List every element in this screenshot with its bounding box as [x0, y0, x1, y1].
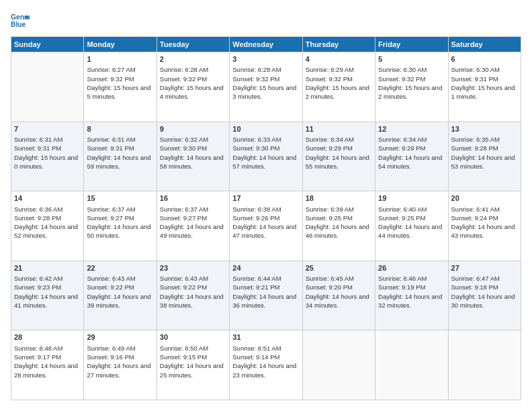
day-number: 24 [232, 263, 299, 273]
sunset-text: Sunset: 9:14 PM [232, 353, 299, 361]
sunset-text: Sunset: 9:18 PM [451, 283, 518, 291]
sunset-text: Sunset: 9:29 PM [306, 144, 372, 152]
daylight-text: Daylight: 15 hours and 3 minutes. [232, 83, 299, 101]
sunrise-text: Sunrise: 6:44 AM [232, 274, 299, 283]
sunrise-text: Sunrise: 6:28 AM [160, 65, 226, 74]
day-number: 21 [14, 263, 81, 273]
table-row: 22Sunrise: 6:43 AMSunset: 9:22 PMDayligh… [84, 261, 157, 330]
day-number: 13 [451, 124, 518, 134]
sunrise-text: Sunrise: 6:43 AM [87, 274, 153, 283]
sunrise-text: Sunrise: 6:31 AM [87, 135, 153, 144]
calendar-week-row: 7Sunrise: 6:31 AMSunset: 9:31 PMDaylight… [11, 122, 521, 191]
sunset-text: Sunset: 9:32 PM [232, 75, 299, 83]
table-row: 9Sunrise: 6:32 AMSunset: 9:30 PMDaylight… [157, 122, 229, 191]
daylight-text: Daylight: 14 hours and 55 minutes. [306, 153, 372, 171]
sunrise-text: Sunrise: 6:47 AM [451, 274, 518, 283]
table-row: 12Sunrise: 6:34 AMSunset: 9:29 PMDayligh… [375, 122, 448, 191]
sunset-text: Sunset: 9:21 PM [232, 283, 299, 291]
sunset-text: Sunset: 9:32 PM [160, 75, 226, 83]
table-row: 10Sunrise: 6:33 AMSunset: 9:30 PMDayligh… [230, 122, 302, 191]
sunset-text: Sunset: 9:26 PM [232, 214, 299, 222]
sunset-text: Sunset: 9:31 PM [14, 144, 81, 152]
day-number: 4 [306, 54, 372, 64]
table-row: 3Sunrise: 6:28 AMSunset: 9:32 PMDaylight… [230, 52, 302, 122]
sunrise-text: Sunrise: 6:37 AM [87, 205, 153, 214]
header-saturday: Saturday [448, 37, 521, 52]
sunset-text: Sunset: 9:27 PM [160, 214, 226, 222]
daylight-text: Daylight: 14 hours and 39 minutes. [87, 292, 153, 310]
table-row: 20Sunrise: 6:41 AMSunset: 9:24 PMDayligh… [448, 191, 521, 261]
daylight-text: Daylight: 14 hours and 38 minutes. [160, 292, 226, 310]
sunset-text: Sunset: 9:22 PM [87, 283, 153, 291]
sunset-text: Sunset: 9:27 PM [87, 214, 153, 222]
daylight-text: Daylight: 14 hours and 54 minutes. [378, 153, 445, 171]
table-row: 31Sunrise: 6:51 AMSunset: 9:14 PMDayligh… [230, 330, 302, 400]
table-row: 26Sunrise: 6:46 AMSunset: 9:19 PMDayligh… [375, 261, 448, 330]
sunrise-text: Sunrise: 6:32 AM [160, 135, 226, 144]
table-row: 28Sunrise: 6:48 AMSunset: 9:17 PMDayligh… [11, 330, 84, 400]
daylight-text: Daylight: 14 hours and 57 minutes. [232, 153, 299, 171]
daylight-text: Daylight: 14 hours and 28 minutes. [14, 361, 81, 379]
day-number: 23 [160, 263, 226, 273]
daylight-text: Daylight: 14 hours and 44 minutes. [378, 222, 445, 240]
table-row: 14Sunrise: 6:36 AMSunset: 9:28 PMDayligh… [11, 191, 84, 261]
daylight-text: Daylight: 14 hours and 30 minutes. [451, 292, 518, 310]
table-row: 8Sunrise: 6:31 AMSunset: 9:31 PMDaylight… [84, 122, 157, 191]
table-row: 1Sunrise: 6:27 AMSunset: 9:32 PMDaylight… [84, 52, 157, 122]
sunrise-text: Sunrise: 6:50 AM [160, 344, 226, 353]
header-friday: Friday [375, 37, 448, 52]
sunset-text: Sunset: 9:19 PM [378, 283, 445, 291]
day-number: 28 [14, 332, 81, 342]
sunrise-text: Sunrise: 6:37 AM [160, 205, 226, 214]
day-number: 7 [14, 124, 81, 134]
sunrise-text: Sunrise: 6:35 AM [451, 135, 518, 144]
daylight-text: Daylight: 14 hours and 49 minutes. [160, 222, 226, 240]
sunrise-text: Sunrise: 6:38 AM [232, 205, 299, 214]
table-row: 30Sunrise: 6:50 AMSunset: 9:15 PMDayligh… [157, 330, 229, 400]
day-number: 12 [378, 124, 445, 134]
logo: General Blue [11, 11, 31, 30]
daylight-text: Daylight: 14 hours and 46 minutes. [306, 222, 372, 240]
table-row: 13Sunrise: 6:35 AMSunset: 9:28 PMDayligh… [448, 122, 521, 191]
sunrise-text: Sunrise: 6:31 AM [14, 135, 81, 144]
daylight-text: Daylight: 15 hours and 2 minutes. [378, 83, 445, 101]
day-number: 26 [378, 263, 445, 273]
table-row: 21Sunrise: 6:42 AMSunset: 9:23 PMDayligh… [11, 261, 84, 330]
sunset-text: Sunset: 9:22 PM [160, 283, 226, 291]
sunset-text: Sunset: 9:29 PM [378, 144, 445, 152]
sunset-text: Sunset: 9:31 PM [451, 75, 518, 83]
calendar-week-row: 28Sunrise: 6:48 AMSunset: 9:17 PMDayligh… [11, 330, 521, 400]
table-row: 16Sunrise: 6:37 AMSunset: 9:27 PMDayligh… [157, 191, 229, 261]
day-number: 29 [87, 332, 153, 342]
page: General Blue Sunday Monday Tuesday Wedne… [0, 0, 532, 411]
header: General Blue [11, 11, 521, 30]
day-number: 8 [87, 124, 153, 134]
sunrise-text: Sunrise: 6:27 AM [87, 65, 153, 74]
table-row: 25Sunrise: 6:45 AMSunset: 9:20 PMDayligh… [302, 261, 375, 330]
day-number: 18 [306, 193, 372, 203]
daylight-text: Daylight: 14 hours and 43 minutes. [451, 222, 518, 240]
svg-text:Blue: Blue [11, 21, 26, 28]
day-number: 20 [451, 193, 518, 203]
sunrise-text: Sunrise: 6:33 AM [232, 135, 299, 144]
day-number: 27 [451, 263, 518, 273]
day-number: 2 [160, 54, 226, 64]
daylight-text: Daylight: 14 hours and 32 minutes. [378, 292, 445, 310]
sunrise-text: Sunrise: 6:28 AM [232, 65, 299, 74]
daylight-text: Daylight: 15 hours and 1 minute. [451, 83, 518, 101]
daylight-text: Daylight: 15 hours and 0 minutes. [14, 153, 81, 171]
table-row [375, 330, 448, 400]
table-row: 5Sunrise: 6:30 AMSunset: 9:32 PMDaylight… [375, 52, 448, 122]
sunset-text: Sunset: 9:30 PM [232, 144, 299, 152]
table-row: 23Sunrise: 6:43 AMSunset: 9:22 PMDayligh… [157, 261, 229, 330]
header-wednesday: Wednesday [230, 37, 302, 52]
sunrise-text: Sunrise: 6:36 AM [14, 205, 81, 214]
sunset-text: Sunset: 9:28 PM [14, 214, 81, 222]
table-row: 18Sunrise: 6:39 AMSunset: 9:25 PMDayligh… [302, 191, 375, 261]
table-row: 19Sunrise: 6:40 AMSunset: 9:25 PMDayligh… [375, 191, 448, 261]
day-number: 11 [306, 124, 372, 134]
sunset-text: Sunset: 9:15 PM [160, 353, 226, 361]
day-number: 16 [160, 193, 226, 203]
header-sunday: Sunday [11, 37, 84, 52]
table-row [448, 330, 521, 400]
